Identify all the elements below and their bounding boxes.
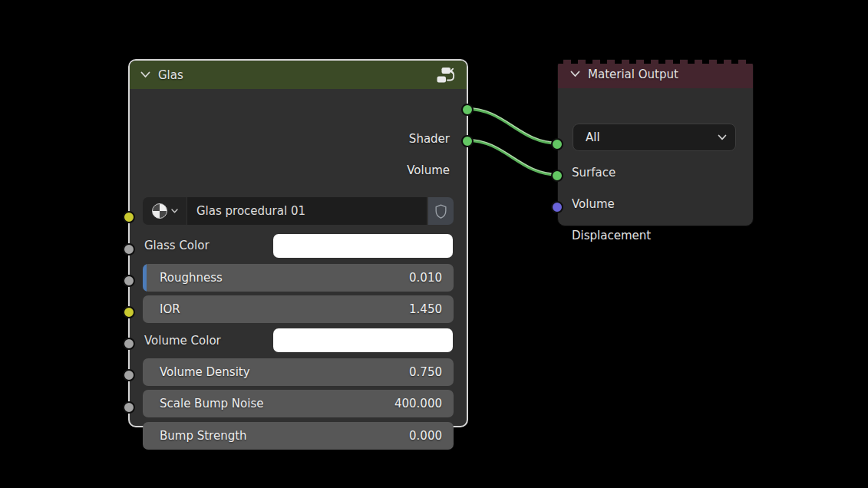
- node-material-output[interactable]: Material Output All Surface Volume Displ…: [557, 59, 754, 226]
- slider-value: 0.000: [409, 429, 454, 443]
- slider-label: IOR: [143, 302, 409, 316]
- input-label-surface: Surface: [572, 165, 616, 180]
- socket-input-ior[interactable]: [123, 275, 135, 287]
- socket-input-scale-bump-noise[interactable]: [123, 369, 135, 381]
- slider-label: Roughness: [143, 271, 409, 285]
- slider-fill: [143, 264, 147, 292]
- material-sphere-icon: [152, 203, 167, 219]
- glass-color-swatch[interactable]: [273, 234, 453, 258]
- socket-output-volume[interactable]: [461, 135, 474, 147]
- glas-node-title: Glas: [158, 68, 183, 82]
- socket-input-volume-density[interactable]: [123, 338, 135, 350]
- chevron-down-icon[interactable]: [570, 71, 580, 77]
- link-shader-to-surface[interactable]: [467, 109, 558, 143]
- slider-label: Scale Bump Noise: [143, 397, 394, 411]
- input-label-volume-color: Volume Color: [144, 333, 221, 348]
- slider-value: 1.450: [409, 302, 454, 316]
- socket-input-surface[interactable]: [551, 138, 563, 150]
- shield-icon: [434, 203, 448, 219]
- chevron-down-icon[interactable]: [140, 71, 150, 78]
- bump-strength-slider[interactable]: Bump Strength 0.000: [143, 422, 454, 450]
- socket-input-roughness[interactable]: [123, 243, 135, 256]
- output-label-volume: Volume: [407, 162, 450, 179]
- socket-input-bump-strength[interactable]: [123, 401, 135, 414]
- node-group-icon: [436, 66, 456, 84]
- socket-output-shader[interactable]: [461, 104, 474, 116]
- dropdown-value: All: [573, 130, 718, 144]
- roughness-slider[interactable]: Roughness 0.010: [143, 264, 454, 292]
- material-selector-row: Glas procedural 01: [143, 197, 454, 225]
- glas-node-header[interactable]: Glas: [130, 61, 467, 89]
- scale-bump-noise-slider[interactable]: Scale Bump Noise 400.000: [143, 390, 454, 417]
- material-name-field[interactable]: Glas procedural 01: [187, 197, 427, 225]
- material-output-header[interactable]: Material Output: [558, 60, 753, 88]
- slider-label: Volume Density: [143, 365, 409, 379]
- socket-input-volume-color[interactable]: [123, 306, 135, 318]
- node-glas[interactable]: Glas Shader Volume Glas procedura: [128, 59, 468, 427]
- socket-input-displacement[interactable]: [551, 201, 563, 213]
- slider-value: 400.000: [394, 397, 454, 411]
- input-label-glass-color: Glass Color: [144, 238, 210, 253]
- slider-value: 0.750: [409, 365, 454, 379]
- chevron-down-icon: [718, 134, 735, 140]
- input-label-volume: Volume: [572, 196, 615, 212]
- slider-value: 0.010: [409, 271, 454, 285]
- material-output-title: Material Output: [588, 68, 678, 81]
- fake-user-button[interactable]: [428, 197, 454, 225]
- ior-slider[interactable]: IOR 1.450: [143, 295, 454, 323]
- socket-input-volume[interactable]: [551, 170, 563, 182]
- link-shader-to-surface-highlight: [467, 107, 558, 142]
- material-browse-button[interactable]: [143, 197, 186, 225]
- output-target-dropdown[interactable]: All: [573, 124, 736, 151]
- input-label-displacement: Displacement: [572, 228, 651, 243]
- volume-color-swatch[interactable]: [273, 328, 453, 352]
- chevron-down-icon: [171, 209, 178, 213]
- output-label-shader: Shader: [409, 130, 450, 147]
- slider-label: Bump Strength: [143, 429, 409, 443]
- link-volume-to-volume-highlight: [467, 139, 558, 173]
- volume-density-slider[interactable]: Volume Density 0.750: [143, 358, 454, 386]
- socket-input-glass-color[interactable]: [123, 211, 135, 223]
- link-volume-to-volume[interactable]: [467, 140, 558, 175]
- node-editor-canvas[interactable]: Glas Shader Volume Glas procedura: [0, 0, 868, 488]
